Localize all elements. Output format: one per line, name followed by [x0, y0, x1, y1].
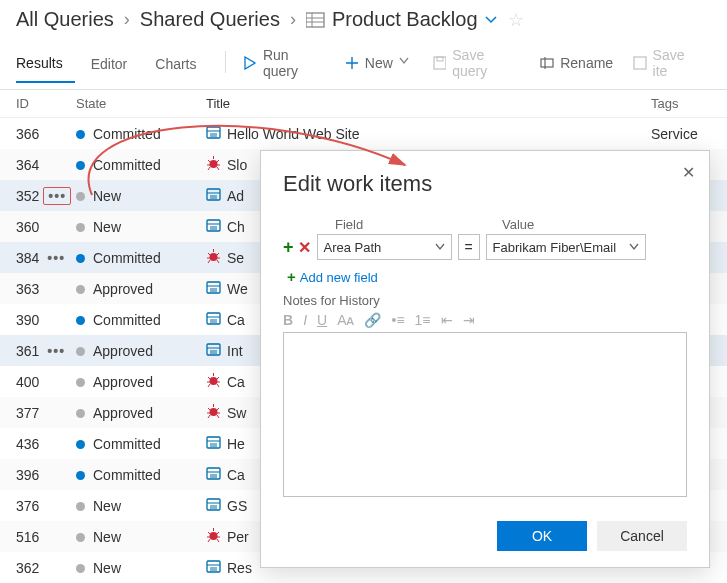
svg-line-55: [208, 384, 210, 387]
row-state: Approved: [76, 405, 206, 421]
row-state: Committed: [76, 126, 206, 142]
dialog-footer: OK Cancel: [283, 521, 687, 551]
svg-point-57: [210, 408, 218, 416]
tab-editor[interactable]: Editor: [91, 50, 140, 82]
row-id: 376: [16, 498, 39, 514]
backlog-item-icon: [206, 280, 221, 298]
add-row-icon[interactable]: +: [283, 237, 294, 258]
remove-row-icon[interactable]: ✕: [298, 238, 311, 257]
save-icon: [633, 56, 646, 70]
svg-rect-0: [306, 13, 324, 27]
backlog-item-icon: [206, 497, 221, 515]
row-id: 360: [16, 219, 39, 235]
breadcrumb: All Queries › Shared Queries › Product B…: [0, 0, 727, 35]
svg-line-63: [208, 415, 210, 418]
italic-icon[interactable]: I: [303, 312, 307, 328]
bug-icon: [206, 528, 221, 546]
breadcrumb-current[interactable]: Product Backlog: [332, 8, 478, 31]
value-dropdown-value: Fabrikam Fiber\Email: [493, 240, 617, 255]
add-new-field-link[interactable]: +Add new field: [287, 268, 687, 285]
backlog-item-icon: [206, 311, 221, 329]
field-dropdown-value: Area Path: [324, 240, 382, 255]
row-tags: Service: [651, 126, 711, 142]
state-dot-icon: [76, 192, 85, 201]
chevron-down-icon: [399, 56, 413, 70]
save-query-button: Save query: [423, 43, 530, 89]
col-header-tags[interactable]: Tags: [651, 96, 711, 111]
indent-icon[interactable]: ⇥: [463, 312, 475, 328]
svg-line-52: [217, 377, 219, 379]
svg-line-16: [217, 160, 219, 162]
numbered-list-icon[interactable]: 1≡: [415, 312, 431, 328]
row-title[interactable]: Hello World Web Site: [206, 125, 651, 143]
bulleted-list-icon[interactable]: •≡: [391, 312, 404, 328]
bug-icon: [206, 249, 221, 267]
run-query-button[interactable]: Run query: [233, 43, 334, 89]
tab-results[interactable]: Results: [16, 49, 75, 83]
field-dropdown[interactable]: Area Path: [317, 234, 452, 260]
save-items-button: Save ite: [623, 43, 711, 89]
row-actions-icon[interactable]: •••: [43, 187, 71, 205]
state-dot-icon: [76, 316, 85, 325]
svg-line-32: [217, 253, 219, 255]
bug-icon: [206, 404, 221, 422]
svg-point-13: [210, 160, 218, 168]
rename-button[interactable]: Rename: [530, 51, 623, 81]
row-state: Committed: [76, 467, 206, 483]
state-dot-icon: [76, 533, 85, 542]
state-dot-icon: [76, 223, 85, 232]
state-dot-icon: [76, 409, 85, 418]
outdent-icon[interactable]: ⇤: [441, 312, 453, 328]
field-row-actions: + ✕: [283, 237, 311, 258]
chevron-down-icon: [629, 242, 639, 252]
breadcrumb-all[interactable]: All Queries: [16, 8, 114, 31]
font-size-icon[interactable]: Aᴀ: [337, 312, 354, 328]
favorite-star-icon[interactable]: ☆: [508, 9, 524, 31]
svg-line-83: [208, 539, 210, 542]
row-id: 384: [16, 250, 39, 266]
backlog-item-icon: [206, 342, 221, 360]
col-header-title[interactable]: Title: [206, 96, 651, 111]
link-icon[interactable]: 🔗: [364, 312, 381, 328]
breadcrumb-shared[interactable]: Shared Queries: [140, 8, 280, 31]
edit-work-items-dialog: ✕ Edit work items Field Value + ✕ Area P…: [260, 150, 710, 568]
row-actions-icon[interactable]: •••: [43, 250, 69, 266]
new-button[interactable]: New: [335, 51, 423, 81]
notes-label: Notes for History: [283, 293, 687, 308]
tab-charts[interactable]: Charts: [155, 50, 208, 82]
state-dot-icon: [76, 130, 85, 139]
col-header-state[interactable]: State: [76, 96, 206, 111]
bug-icon: [206, 373, 221, 391]
row-id: 377: [16, 405, 39, 421]
row-id: 400: [16, 374, 39, 390]
row-actions-icon[interactable]: •••: [43, 343, 69, 359]
notes-textarea[interactable]: [283, 332, 687, 497]
row-id: 352: [16, 188, 39, 204]
chevron-down-icon[interactable]: [484, 13, 498, 27]
svg-point-29: [210, 253, 218, 261]
bold-icon[interactable]: B: [283, 312, 293, 328]
cancel-button[interactable]: Cancel: [597, 521, 687, 551]
backlog-item-icon: [206, 435, 221, 453]
value-dropdown[interactable]: Fabrikam Fiber\Email: [486, 234, 646, 260]
close-icon[interactable]: ✕: [682, 163, 695, 182]
svg-line-60: [217, 408, 219, 410]
state-dot-icon: [76, 254, 85, 263]
save-icon: [433, 56, 446, 70]
dialog-title: Edit work items: [283, 171, 687, 197]
operator-dropdown[interactable]: =: [458, 234, 480, 260]
field-labels: Field Value: [335, 217, 687, 232]
row-id: 362: [16, 560, 39, 576]
table-row[interactable]: 366•••CommittedHello World Web SiteServi…: [0, 118, 727, 149]
plus-icon: +: [287, 268, 296, 285]
state-dot-icon: [76, 347, 85, 356]
underline-icon[interactable]: U: [317, 312, 327, 328]
svg-line-64: [217, 415, 219, 418]
ok-button[interactable]: OK: [497, 521, 587, 551]
state-dot-icon: [76, 564, 85, 573]
col-header-id[interactable]: ID: [16, 96, 76, 111]
tabs-toolbar: Results Editor Charts Run query New Save…: [0, 35, 727, 90]
chevron-right-icon: ›: [120, 9, 134, 30]
svg-line-31: [208, 253, 210, 255]
rich-text-toolbar: B I U Aᴀ 🔗 •≡ 1≡ ⇤ ⇥: [283, 308, 687, 332]
